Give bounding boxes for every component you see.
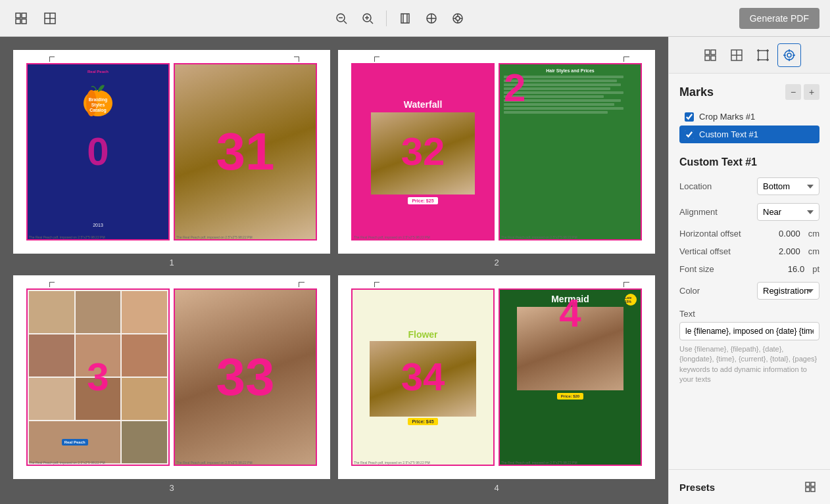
- svg-rect-31: [705, 50, 710, 55]
- horizontal-offset-unit: cm: [808, 229, 819, 239]
- panel-layout-button[interactable]: [725, 43, 748, 67]
- svg-point-47: [785, 51, 794, 60]
- app-bar-center: [66, 8, 734, 29]
- center-button[interactable]: [447, 8, 468, 29]
- grid-view-button[interactable]: [11, 8, 32, 29]
- alignment-select[interactable]: Near Center Far: [757, 203, 819, 221]
- page-wrapper-4: Flower Price: $45 34 The Real Peach pdf,…: [338, 275, 655, 493]
- svg-line-13: [370, 21, 373, 24]
- help-text: Use {filename}, {filepath}, {date}, {lon…: [679, 344, 819, 385]
- marks-plus-button[interactable]: +: [804, 84, 819, 100]
- canvas-area[interactable]: Real Peach Braiding Sty: [0, 37, 668, 504]
- fit-page-button[interactable]: [395, 8, 416, 29]
- page-content-1-right: 31: [174, 63, 317, 241]
- svg-rect-34: [711, 56, 716, 60]
- svg-rect-0: [16, 13, 20, 18]
- pages-grid: Real Peach Braiding Sty: [13, 50, 655, 493]
- vertical-offset-value: 2.000: [757, 246, 800, 256]
- vertical-offset-unit: cm: [808, 246, 819, 256]
- layout-button[interactable]: [39, 8, 61, 29]
- page-box-3[interactable]: Real Peach 3 The Real Peach pdf, imposed…: [13, 275, 330, 479]
- generate-pdf-button[interactable]: Generate PDF: [739, 8, 819, 29]
- color-row: Color Registration Black Cyan Magenta Ye…: [679, 282, 819, 300]
- font-size-label: Font size: [679, 264, 752, 274]
- page-box-1[interactable]: Real Peach Braiding Sty: [13, 50, 330, 254]
- app-bar-right: Generate PDF: [739, 8, 819, 29]
- location-select[interactable]: Bottom Top Left Right: [757, 177, 819, 195]
- page-right-2: Hair Styles and Prices: [499, 63, 642, 241]
- marks-title: Marks: [679, 85, 714, 99]
- page-box-2[interactable]: Waterfall Price: $25 32 The Real Peach p…: [338, 50, 655, 254]
- svg-rect-33: [705, 56, 710, 60]
- crop-marks-label: Crop Marks #1: [699, 112, 755, 122]
- svg-rect-3: [22, 19, 26, 24]
- custom-text-label: Custom Text #1: [699, 129, 758, 139]
- font-size-unit: pt: [812, 264, 819, 274]
- fit-all-button[interactable]: [421, 8, 442, 29]
- panel-crop-button[interactable]: [751, 43, 775, 67]
- svg-text:Braiding: Braiding: [89, 97, 107, 103]
- page-number-33: 33: [216, 351, 275, 403]
- panel-grid-button[interactable]: [698, 43, 722, 67]
- marks-minus-button[interactable]: −: [785, 84, 801, 100]
- horizontal-offset-value: 0.000: [757, 229, 800, 239]
- page-right-4: Mermaid Price: $20 Late 15% 4 The Real P…: [499, 288, 642, 466]
- font-size-row: Font size 16.0 pt: [679, 264, 819, 274]
- page-left-1: Real Peach Braiding Sty: [26, 63, 170, 241]
- panel-toolbar: [669, 37, 830, 74]
- page-footer-1-left: The Real Peach pdf, imposed on 2.5"x2"5 …: [29, 235, 105, 239]
- text-input[interactable]: [679, 322, 819, 340]
- text-section: Text Use {filename}, {filepath}, {date},…: [679, 308, 819, 385]
- panel-target-button[interactable]: [777, 43, 801, 67]
- page-number-3: 3: [87, 357, 109, 397]
- page-footer-1-right: The Real Peach pdf, imposed on 2.5"x2"5 …: [176, 235, 253, 239]
- color-label: Color: [679, 286, 752, 296]
- font-size-value: 16.0: [757, 264, 804, 274]
- page-inner-4: Flower Price: $45 34 The Real Peach pdf,…: [351, 288, 642, 466]
- zoom-out-button[interactable]: [331, 8, 352, 29]
- svg-rect-14: [401, 14, 409, 23]
- marks-list: Crop Marks #1 Custom Text #1: [679, 108, 819, 143]
- page-inner-1: Real Peach Braiding Sty: [26, 63, 317, 241]
- panel-content: Marks − + Crop Marks #1 Custom Text #1 C…: [669, 74, 830, 469]
- color-select[interactable]: Registration Black Cyan Magenta Yellow: [757, 282, 819, 300]
- page-wrapper-1: Real Peach Braiding Sty: [13, 50, 330, 267]
- horizontal-offset-row: Horizontal offset 0.000 cm: [679, 229, 819, 239]
- svg-rect-38: [758, 51, 768, 60]
- page-wrapper-3: Real Peach 3 The Real Peach pdf, imposed…: [13, 275, 330, 493]
- page-content-2-left: Waterfall Price: $25 32: [351, 63, 495, 241]
- custom-text-checkbox[interactable]: [685, 130, 694, 139]
- svg-rect-32: [711, 50, 716, 55]
- page-number-31: 31: [216, 126, 275, 178]
- presets-grid-button[interactable]: [801, 478, 819, 496]
- custom-text-title: Custom Text #1: [679, 156, 819, 168]
- main-layout: Real Peach Braiding Sty: [0, 37, 830, 504]
- toolbar-divider: [386, 11, 387, 26]
- horizontal-offset-label: Horizontal offset: [679, 229, 752, 239]
- page-right-1: 31 The Real Peach pdf, imposed on 2.5"x2…: [174, 63, 317, 241]
- page-footer-4-right: The Real Peach pdf, imposed on 2.5"x2"5 …: [501, 461, 577, 465]
- mark-item-crop-marks[interactable]: Crop Marks #1: [679, 108, 819, 126]
- svg-point-21: [456, 16, 460, 20]
- svg-point-48: [787, 53, 791, 57]
- page-box-4[interactable]: Flower Price: $45 34 The Real Peach pdf,…: [338, 275, 655, 479]
- page-left-2: Waterfall Price: $25 32 The Real Peach p…: [351, 63, 495, 241]
- page-left-4: Flower Price: $45 34 The Real Peach pdf,…: [351, 288, 495, 466]
- svg-line-9: [344, 21, 347, 24]
- page-content-4-left: Flower Price: $45 34: [351, 288, 495, 466]
- zoom-in-button[interactable]: [357, 8, 378, 29]
- crop-marks-checkbox[interactable]: [685, 112, 694, 122]
- page-footer-2-left: The Real Peach pdf, imposed on 2.5"x2"5 …: [354, 235, 430, 239]
- page-number-0: 0: [87, 132, 109, 172]
- app-bar-left: [11, 8, 61, 29]
- page-footer-4-left: The Real Peach pdf, imposed on 2.5"x2"5 …: [354, 461, 430, 465]
- page-number-4: 4: [559, 294, 581, 333]
- marks-section-header: Marks − +: [679, 84, 819, 100]
- page-label-2: 2: [494, 258, 499, 267]
- location-row: Location Bottom Top Left Right: [679, 177, 819, 195]
- svg-rect-55: [806, 488, 810, 492]
- page-footer-3-left: The Real Peach pdf, imposed on 2.5"x2"5 …: [29, 461, 105, 465]
- mark-item-custom-text[interactable]: Custom Text #1: [679, 126, 819, 143]
- svg-text:Styles: Styles: [91, 103, 105, 108]
- alignment-label: Alignment: [679, 207, 752, 217]
